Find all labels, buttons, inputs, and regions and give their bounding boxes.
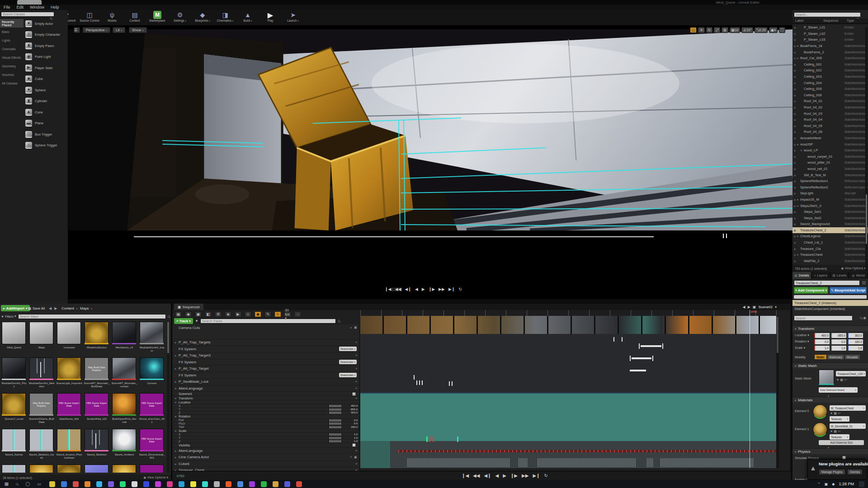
blueprint-add-script-button[interactable]: ✎ Blueprint/Add Script xyxy=(830,287,867,294)
asset-action-icons[interactable]: ♥▦↩ xyxy=(830,430,842,433)
asset-tile[interactable]: MetalsCollection xyxy=(84,321,111,357)
column-label[interactable]: Label xyxy=(793,19,821,23)
track-checkbox[interactable] xyxy=(352,443,356,447)
step-back[interactable]: ◀❙ xyxy=(405,287,411,291)
viewport-perspective-button[interactable]: Perspective▾ xyxy=(83,27,110,33)
static-mesh-dropdown[interactable]: TreasureChest_LD0▾ xyxy=(836,371,866,376)
add-section-button[interactable]: + xyxy=(353,366,359,371)
expander-icon[interactable]: ▾ xyxy=(797,143,800,146)
tray-expand-icon[interactable]: ⌃ xyxy=(817,482,821,486)
physics-section-header[interactable]: ▾Physics xyxy=(793,448,868,454)
viewport-show-button[interactable]: Show▾ xyxy=(129,27,147,33)
cortana-icon[interactable]: ◯ xyxy=(25,482,30,486)
app-icon[interactable] xyxy=(214,481,220,487)
visibility-eye-icon[interactable]: ◉ xyxy=(793,241,797,244)
step-forward[interactable]: ❙▶ xyxy=(510,473,518,478)
asset-tile[interactable]: FBX Scene Import Data Sword_Dimensional_… xyxy=(139,428,166,464)
mobility-option[interactable]: Static xyxy=(814,354,827,360)
time-ruler[interactable] xyxy=(360,310,779,316)
scale-tool-button[interactable]: ⤢ xyxy=(714,27,720,33)
asset-tile[interactable]: Sword_Ancient_PhysicsAsset xyxy=(56,428,84,464)
back-icon[interactable]: ◀ xyxy=(743,305,745,309)
outliner-row[interactable]: ◉ Ceiling_001 StaticMeshActor xyxy=(793,61,868,68)
visibility-eye-icon[interactable]: ◉ xyxy=(793,216,797,220)
outliner-row[interactable]: ◉ Roof_04_03 StaticMeshActor xyxy=(793,110,868,117)
asset-tile[interactable]: Sword_Activity xyxy=(1,428,28,464)
marker[interactable] xyxy=(433,436,434,442)
expander-icon[interactable]: ▾ xyxy=(797,56,800,60)
add-section-button[interactable]: + xyxy=(353,396,359,400)
visibility-eye-icon[interactable]: ◉ xyxy=(793,198,797,201)
next-key[interactable]: ▶▶ xyxy=(439,287,445,291)
outliner-row[interactable]: ◉ WallTile_2 StaticMeshActor xyxy=(793,258,868,264)
y-value-field[interactable]: 1.0 xyxy=(831,346,846,351)
outliner-row[interactable]: ◉ ▾ modJSP StaticMeshActor xyxy=(793,141,868,147)
app-icon[interactable] xyxy=(261,481,267,487)
range-start-marker[interactable] xyxy=(426,436,428,442)
add-import-button[interactable]: ▸ Add/Import ▾ xyxy=(1,305,30,311)
asset-action-icons[interactable]: ♥▦↩ xyxy=(830,412,842,415)
place-actor-item[interactable]: ● Sphere xyxy=(24,84,68,96)
asset-tile[interactable] xyxy=(111,464,139,473)
menu-item[interactable]: Window xyxy=(30,5,44,9)
back-icon[interactable]: ◀ xyxy=(49,306,52,310)
outliner-row[interactable]: ◉ P_Steam_L03 Emitter xyxy=(793,37,868,43)
app-icon[interactable] xyxy=(179,481,184,487)
add-component-button[interactable]: + Add Component ▾ xyxy=(794,287,828,294)
add-section-button[interactable]: + xyxy=(353,353,359,357)
asset-tile[interactable]: Sword_Skeleton_mesh xyxy=(28,428,56,464)
track-state-dropdown[interactable]: Deactivate xyxy=(339,347,357,351)
task-view-icon[interactable]: ▭ xyxy=(37,482,41,486)
mobility-option[interactable]: Stationary xyxy=(827,354,844,360)
toolbar-button[interactable]: ➤ Launch ▾ xyxy=(285,11,301,22)
playhead[interactable] xyxy=(750,310,750,468)
material-sub-dropdown[interactable]: Textures▾ xyxy=(830,434,849,440)
place-actors-category[interactable]: Volumes xyxy=(0,70,24,79)
sequencer-track-row[interactable]: ▾ Rotation xyxy=(172,415,359,419)
grid-snap-button[interactable]: ▦ 10 xyxy=(730,27,740,33)
visibility-eye-icon[interactable]: ◉ xyxy=(793,229,797,232)
outliner-row[interactable]: ◉ ▾ StepsJSet1_0 StaticMeshActor xyxy=(793,202,868,209)
play[interactable]: ▶ xyxy=(422,287,425,291)
tray-icon[interactable]: ◆ xyxy=(832,482,835,486)
app-icon[interactable] xyxy=(167,481,173,487)
spawned-section-band[interactable] xyxy=(360,393,779,441)
save-all-button[interactable]: ▦ Save All xyxy=(28,305,45,311)
sequencer-track-row[interactable]: ▾ Location xyxy=(172,400,359,404)
filter-icon[interactable]: ▼ xyxy=(195,319,198,323)
scrub-playhead-marker[interactable] xyxy=(726,234,727,238)
add-section-button[interactable]: + xyxy=(353,449,359,453)
expander-icon[interactable]: ▾ xyxy=(797,235,800,238)
place-actor-item[interactable]: ♟ Empty Pawn xyxy=(24,40,68,52)
asset-tile[interactable]: Convert xyxy=(139,357,166,392)
asset-tile[interactable]: Mechanics_v3 xyxy=(111,321,139,357)
visibility-eye-icon[interactable]: ◉ xyxy=(793,210,797,213)
world-space-button[interactable]: ◍ xyxy=(722,27,728,33)
track-checkbox[interactable]: ✓ xyxy=(352,392,356,396)
camera-lock-icon[interactable]: ▣ xyxy=(354,326,359,329)
z-value-field[interactable]: 363.0 xyxy=(848,333,863,338)
asset-tile[interactable]: Maps xyxy=(28,321,56,357)
play-reverse[interactable]: ◀ xyxy=(415,287,418,291)
visibility-eye-icon[interactable]: ◉ xyxy=(793,99,797,103)
toolbar-button[interactable]: ▶ Play xyxy=(263,11,278,22)
details-tab[interactable]: ≡ Layers xyxy=(811,272,830,279)
filters-button[interactable]: ▼ Filters ▾ xyxy=(1,314,16,318)
timeline-scrollbar[interactable] xyxy=(776,316,779,468)
sequencer-track-row[interactable]: Visibility xyxy=(172,443,359,448)
snap-icon[interactable]: ◊ xyxy=(274,311,281,317)
toolbar-button[interactable]: ▲ Build ▾ xyxy=(240,11,255,22)
visibility-eye-icon[interactable]: ◉ xyxy=(793,56,797,60)
sequencer-track-row[interactable]: ▸ Cube6 + xyxy=(172,461,359,468)
content-browser-search-input[interactable] xyxy=(18,314,166,319)
outliner-row[interactable]: ◉ Steps_Set1 StaticMeshActor xyxy=(793,209,868,215)
outliner-row[interactable]: ◉ Roof_04_06 StaticMeshActor xyxy=(793,129,868,135)
app-icon[interactable] xyxy=(61,481,67,487)
jump-to-end[interactable]: ▶❙ xyxy=(533,473,540,478)
add-section-button[interactable]: + xyxy=(353,462,359,466)
lock-icon[interactable]: ◻ xyxy=(861,280,867,286)
visibility-eye-icon[interactable]: ◉ xyxy=(793,204,797,207)
visibility-eye-icon[interactable]: ◉ xyxy=(793,51,797,54)
outliner-row[interactable]: ◉ ▾ ImpactJS_M StaticMeshActor xyxy=(793,197,868,203)
visibility-eye-icon[interactable]: ◉ xyxy=(793,81,797,84)
